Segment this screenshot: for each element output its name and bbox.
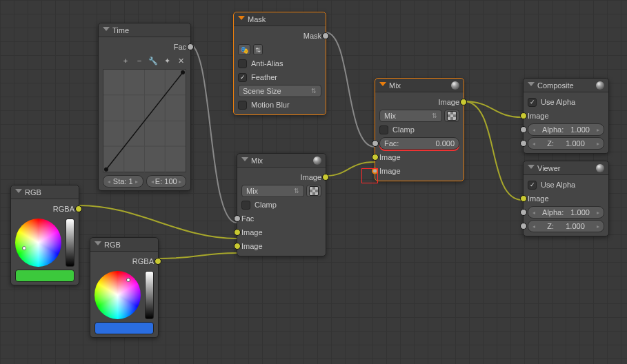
blend-mode-dropdown[interactable]: Mix⇅ — [379, 110, 442, 122]
socket-alpha[interactable] — [520, 126, 527, 133]
input-image2: Image — [241, 242, 321, 250]
node-rgb1[interactable]: RGB RGBA — [10, 185, 79, 285]
node-title: Mix — [251, 156, 313, 165]
node-title: Composite — [537, 81, 596, 90]
node-title: Mix — [389, 81, 451, 90]
feather-label: Feather — [251, 73, 277, 81]
input-image1: Image — [379, 153, 459, 161]
preview-icon[interactable] — [313, 156, 321, 165]
socket-rgba[interactable] — [155, 258, 161, 265]
color-ramp-icon[interactable] — [306, 185, 321, 197]
socket-image2[interactable] — [372, 168, 378, 174]
input-image1: Image — [241, 228, 321, 236]
clamp-label: Clamp — [255, 201, 277, 209]
socket-alpha[interactable] — [520, 209, 527, 216]
node-mask[interactable]: Mask Mask 🎭⇅ Anti-Alias Feather Scene Si… — [233, 12, 326, 115]
socket-image2[interactable] — [234, 243, 241, 250]
input-image: Image — [528, 112, 604, 120]
use-alpha-label: Use Alpha — [541, 181, 575, 189]
browse-icon[interactable]: ⇅ — [253, 44, 263, 55]
preview-icon[interactable] — [451, 81, 459, 90]
input-image: Image — [528, 194, 604, 203]
value-slider[interactable] — [145, 271, 154, 319]
feather-checkbox[interactable] — [238, 73, 247, 82]
socket-image[interactable] — [520, 112, 527, 119]
clamp-checkbox[interactable] — [241, 201, 250, 210]
node-title: Viewer — [537, 164, 596, 172]
socket-image1[interactable] — [234, 229, 241, 236]
color-swatch[interactable] — [15, 270, 74, 282]
blend-mode-dropdown[interactable]: Mix⇅ — [241, 185, 304, 197]
output-image: Image — [241, 173, 321, 181]
color-wheel[interactable] — [94, 271, 141, 319]
clamp-checkbox[interactable] — [379, 125, 388, 134]
delete-icon[interactable]: ✕ — [175, 55, 186, 66]
use-alpha-label: Use Alpha — [541, 98, 575, 106]
node-viewer[interactable]: Viewer Use Alpha Image ◂Alpha:1.000▸ ◂Z:… — [523, 161, 609, 236]
size-dropdown[interactable]: Scene Size⇅ — [238, 85, 321, 97]
alpha-field[interactable]: ◂Alpha:1.000▸ — [528, 206, 604, 219]
preview-icon[interactable] — [596, 164, 604, 172]
output-rgba: RGBA — [15, 205, 74, 213]
socket-fac[interactable] — [187, 43, 194, 50]
socket-z[interactable] — [520, 223, 527, 230]
collapse-icon[interactable] — [528, 165, 535, 172]
collapse-icon[interactable] — [379, 82, 386, 90]
color-swatch[interactable] — [94, 322, 154, 334]
use-alpha-checkbox[interactable] — [528, 98, 537, 107]
output-fac: Fac — [103, 43, 186, 51]
output-mask: Mask — [238, 32, 321, 40]
mask-datablock-icon[interactable]: 🎭 — [238, 44, 250, 55]
motion-blur-label: Motion Blur — [251, 101, 290, 109]
socket-rgba[interactable] — [75, 205, 82, 212]
zoom-in-icon[interactable]: + — [120, 55, 131, 66]
socket-mask[interactable] — [322, 32, 329, 39]
color-ramp-icon[interactable] — [444, 110, 459, 122]
clamp-label: Clamp — [392, 125, 415, 134]
color-wheel[interactable] — [15, 219, 61, 267]
socket-image1[interactable] — [372, 154, 379, 161]
node-mix2[interactable]: Mix Image Mix⇅ Clamp Fac:0.000 Image Ima… — [375, 78, 464, 181]
sta-field[interactable]: ◂Sta: 1▸ — [103, 175, 143, 188]
node-title: Time — [112, 26, 186, 34]
anti-alias-label: Anti-Alias — [251, 59, 283, 68]
input-fac: Fac — [241, 214, 321, 223]
node-composite[interactable]: Composite Use Alpha Image ◂Alpha:1.000▸ … — [523, 78, 609, 154]
socket-fac[interactable] — [234, 215, 241, 222]
collapse-icon[interactable] — [238, 16, 245, 23]
fac-field[interactable]: Fac:0.000 — [379, 137, 459, 150]
motion-blur-checkbox[interactable] — [238, 101, 247, 110]
node-title: Mask — [248, 15, 321, 23]
socket-image[interactable] — [520, 195, 527, 202]
output-image: Image — [379, 98, 459, 106]
zoom-out-icon[interactable]: − — [134, 55, 145, 66]
z-field[interactable]: ◂Z:1.000▸ — [528, 220, 604, 232]
socket-fac[interactable] — [372, 140, 379, 147]
collapse-icon[interactable] — [241, 157, 248, 165]
node-mix1[interactable]: Mix Image Mix⇅ Clamp Fac Image Image — [237, 153, 326, 256]
value-slider[interactable] — [66, 219, 74, 267]
end-field[interactable]: ◂E: 100▸ — [146, 175, 187, 188]
use-alpha-checkbox[interactable] — [528, 181, 537, 190]
z-field[interactable]: ◂Z:1.000▸ — [528, 137, 604, 150]
curve-widget[interactable] — [103, 69, 186, 172]
svg-point-7 — [104, 168, 108, 172]
collapse-icon[interactable] — [528, 82, 535, 90]
wrench-icon[interactable]: 🔧 — [148, 55, 159, 66]
collapse-icon[interactable] — [15, 189, 22, 196]
anti-alias-checkbox[interactable] — [238, 59, 247, 68]
collapse-icon[interactable] — [103, 27, 110, 34]
alpha-field[interactable]: ◂Alpha:1.000▸ — [528, 123, 604, 136]
node-time[interactable]: Time Fac + − 🔧 ✦ ✕ ◂Sta: 1▸ ◂E: 100▸ — [98, 23, 191, 191]
output-rgba: RGBA — [94, 257, 154, 265]
socket-image-out[interactable] — [460, 99, 467, 105]
socket-image-out[interactable] — [322, 174, 329, 181]
node-title: RGB — [25, 188, 74, 196]
input-image2: Image — [379, 167, 459, 175]
preview-icon[interactable] — [596, 81, 604, 90]
node-rgb2[interactable]: RGB RGBA — [90, 237, 159, 338]
snap-icon[interactable]: ✦ — [161, 55, 172, 66]
socket-z[interactable] — [520, 140, 527, 147]
svg-point-8 — [181, 70, 185, 74]
collapse-icon[interactable] — [94, 241, 101, 249]
